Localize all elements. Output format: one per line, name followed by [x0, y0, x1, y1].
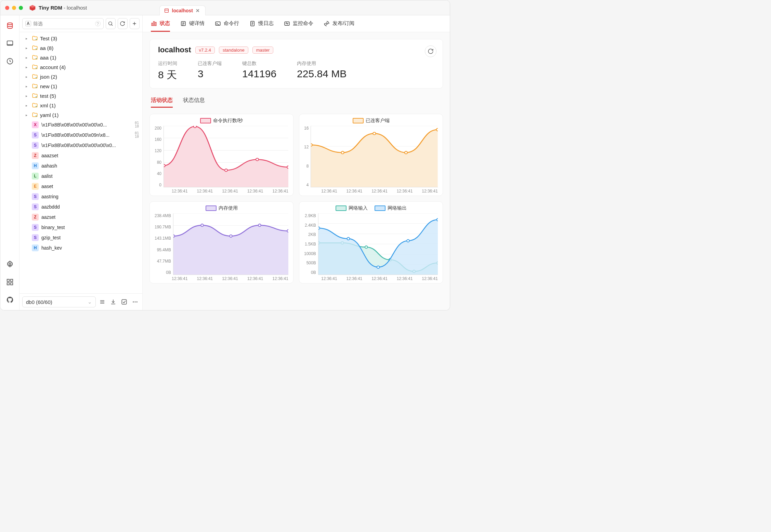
- svg-point-56: [194, 126, 196, 128]
- window-close[interactable]: [5, 6, 9, 10]
- x-axis: 12:36:4112:36:4112:36:4112:36:4112:36:41: [155, 187, 288, 194]
- sidebar: A ? ▸ Test (3)▸ aa (8)▸ aaa (1)▸: [19, 15, 143, 310]
- tree-key[interactable]: E aaset: [19, 181, 142, 191]
- help-icon[interactable]: ?: [95, 21, 101, 26]
- svg-point-89: [365, 246, 368, 248]
- tree-key[interactable]: L aalist: [19, 171, 142, 181]
- key-label: aahash: [41, 163, 139, 169]
- svg-point-95: [377, 266, 380, 268]
- close-icon[interactable]: ✕: [196, 8, 200, 13]
- tree-folder[interactable]: ▸ Test (3): [19, 34, 142, 43]
- stat-label: 已连客户端: [198, 61, 222, 67]
- filter-input-box[interactable]: A ?: [22, 18, 104, 29]
- tree-key[interactable]: Z aaazset: [19, 150, 142, 161]
- tree-key[interactable]: S \x1F\x8B\x08\x00\x00\x09n\x8...0110: [19, 130, 142, 140]
- svg-point-19: [36, 58, 37, 59]
- chart-plot: [173, 213, 288, 275]
- chevron-right-icon: ▸: [26, 46, 30, 50]
- app-subtitle: - localhost: [64, 5, 87, 11]
- sub-tab[interactable]: 活动状态: [151, 97, 173, 108]
- activity-settings-icon[interactable]: [5, 260, 15, 269]
- chart-plot: [164, 126, 288, 187]
- stat-block: 已连客户端 3: [198, 61, 222, 82]
- svg-rect-36: [155, 22, 156, 26]
- sub-tab[interactable]: 状态信息: [183, 97, 205, 108]
- tree-key[interactable]: H aahash: [19, 161, 142, 171]
- svg-point-78: [258, 224, 261, 226]
- info-card: localhost v7.2.4 standalone master 运行时间 …: [149, 39, 443, 89]
- svg-point-66: [373, 132, 376, 135]
- tree-key[interactable]: S aazbddd: [19, 202, 142, 212]
- window-minimize[interactable]: [12, 6, 16, 10]
- tree-folder[interactable]: ▸ aaa (1): [19, 53, 142, 62]
- main-tab[interactable]: 键详情: [180, 20, 205, 32]
- type-badge: S: [32, 132, 39, 138]
- stat-label: 键总数: [242, 61, 276, 67]
- main-tab[interactable]: 慢日志: [249, 20, 274, 32]
- search-button[interactable]: [106, 18, 116, 29]
- window-maximize[interactable]: [19, 6, 23, 10]
- stat-block: 运行时间 8 天: [158, 61, 177, 82]
- tree-key[interactable]: Z aazset: [19, 212, 142, 222]
- tree-key[interactable]: S aastring: [19, 191, 142, 202]
- tree-folder[interactable]: ▸ test (5): [19, 91, 142, 101]
- tree-key[interactable]: X \x1F\x8B\x08\x00\x00\x00\x0...0110: [19, 120, 142, 130]
- list-view-icon[interactable]: [98, 297, 107, 306]
- main-tab[interactable]: 发布/订阅: [324, 20, 354, 32]
- svg-point-25: [36, 116, 37, 117]
- svg-point-93: [318, 227, 320, 229]
- main-tab[interactable]: 状态: [151, 20, 170, 32]
- key-label: hash_kev: [41, 245, 139, 251]
- svg-point-32: [135, 302, 136, 303]
- add-button[interactable]: [130, 18, 140, 29]
- type-badge: Z: [32, 152, 39, 159]
- activity-monitor-icon[interactable]: [5, 39, 15, 48]
- tree-key[interactable]: S binary_test: [19, 222, 142, 232]
- svg-point-58: [256, 158, 259, 161]
- connection-tab[interactable]: localhost ✕: [159, 5, 206, 15]
- folder-label: account (4): [40, 64, 66, 70]
- activity-github-icon[interactable]: [5, 295, 15, 305]
- tree-key[interactable]: S gzip_test: [19, 232, 142, 243]
- activity-apps-icon[interactable]: [5, 277, 15, 287]
- svg-line-14: [112, 25, 113, 26]
- import-icon[interactable]: [109, 297, 118, 306]
- svg-rect-2: [165, 9, 168, 13]
- main-tab[interactable]: 监控命令: [284, 20, 313, 32]
- svg-point-76: [201, 224, 203, 226]
- database-icon: [164, 8, 169, 13]
- chart-legend: 已连客户端: [304, 118, 438, 124]
- chart-legend: 内存使用: [155, 205, 288, 211]
- more-icon[interactable]: [131, 297, 140, 306]
- folder-label: json (2): [40, 74, 57, 80]
- chevron-right-icon: ▸: [26, 75, 30, 79]
- x-axis: 12:36:4112:36:4112:36:4112:36:4112:36:41: [155, 275, 288, 281]
- tree-key[interactable]: H hash_kev: [19, 243, 142, 253]
- tree-folder[interactable]: ▸ account (4): [19, 62, 142, 72]
- tree-folder[interactable]: ▸ yaml (1): [19, 110, 142, 120]
- activity-database-icon[interactable]: [5, 21, 15, 30]
- main-tab[interactable]: 命令行: [215, 20, 239, 32]
- tree-folder[interactable]: ▸ json (2): [19, 72, 142, 81]
- tab-icon: [151, 21, 157, 27]
- type-badge: X: [32, 121, 39, 128]
- filter-input[interactable]: [33, 21, 93, 26]
- activity-bar: [0, 15, 19, 310]
- svg-point-75: [173, 235, 175, 237]
- x-axis: 12:36:4112:36:4112:36:4112:36:4112:36:41: [304, 187, 438, 194]
- svg-point-24: [36, 106, 37, 107]
- svg-point-96: [407, 240, 409, 242]
- check-icon[interactable]: [120, 297, 129, 306]
- tree-key[interactable]: S \x1F\x8B\x08\x00\x00\x00\x00\x0...: [19, 140, 142, 150]
- key-label: aalist: [41, 173, 139, 179]
- folder-icon: [32, 102, 38, 108]
- activity-history-icon[interactable]: [5, 56, 15, 66]
- filter-mode-badge[interactable]: A: [25, 21, 31, 26]
- svg-point-57: [225, 169, 227, 171]
- tree-folder[interactable]: ▸ aa (8): [19, 43, 142, 53]
- refresh-button[interactable]: [118, 18, 128, 29]
- tree-folder[interactable]: ▸ new (1): [19, 81, 142, 91]
- refresh-info-button[interactable]: [425, 45, 436, 57]
- db-selector[interactable]: db0 (60/60) ⌄: [22, 296, 96, 307]
- tree-folder[interactable]: ▸ xml (1): [19, 101, 142, 110]
